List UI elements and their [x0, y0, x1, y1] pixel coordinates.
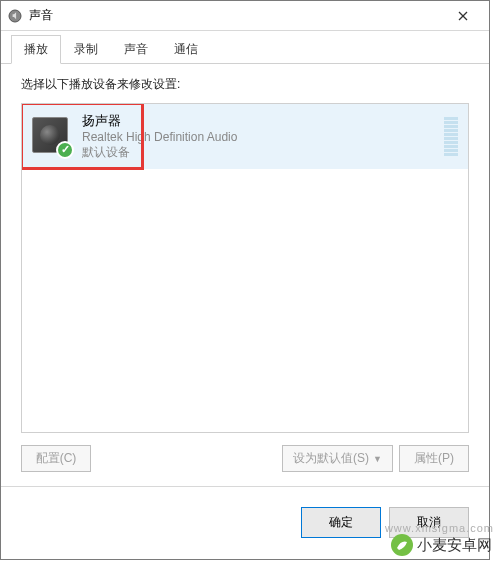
- titlebar: 声音: [1, 1, 489, 31]
- device-status: 默认设备: [82, 144, 434, 161]
- device-name: 扬声器: [82, 112, 434, 130]
- instruction-text: 选择以下播放设备来修改设置:: [21, 76, 469, 93]
- content-area: 选择以下播放设备来修改设置: ✓ 扬声器 Realtek High Defini…: [1, 64, 489, 497]
- sound-dialog: 声音 播放 录制 声音 通信 选择以下播放设备来修改设置: ✓: [0, 0, 490, 560]
- device-list[interactable]: ✓ 扬声器 Realtek High Definition Audio 默认设备: [21, 103, 469, 433]
- device-info: 扬声器 Realtek High Definition Audio 默认设备: [82, 112, 434, 161]
- tab-playback[interactable]: 播放: [11, 35, 61, 64]
- device-item-speaker[interactable]: ✓ 扬声器 Realtek High Definition Audio 默认设备: [22, 104, 468, 169]
- close-button[interactable]: [443, 2, 483, 30]
- ok-button[interactable]: 确定: [301, 507, 381, 538]
- set-default-label: 设为默认值(S): [293, 451, 369, 465]
- watermark-brand: 小麦安卓网: [391, 534, 492, 556]
- default-check-icon: ✓: [56, 141, 74, 159]
- device-driver: Realtek High Definition Audio: [82, 130, 434, 144]
- device-icon-wrap: ✓: [32, 117, 72, 157]
- level-meter: [444, 117, 458, 156]
- watermark-url: www.xmsigma.com: [385, 522, 494, 534]
- tab-recording[interactable]: 录制: [61, 35, 111, 63]
- chevron-down-icon: ▼: [373, 454, 382, 464]
- tab-sounds[interactable]: 声音: [111, 35, 161, 63]
- set-default-button[interactable]: 设为默认值(S)▼: [282, 445, 393, 472]
- brand-leaf-icon: [391, 534, 413, 556]
- tabs-bar: 播放 录制 声音 通信: [1, 31, 489, 64]
- configure-button[interactable]: 配置(C): [21, 445, 91, 472]
- tab-communications[interactable]: 通信: [161, 35, 211, 63]
- window-title: 声音: [29, 7, 443, 24]
- close-icon: [458, 11, 468, 21]
- properties-button[interactable]: 属性(P): [399, 445, 469, 472]
- app-icon: [7, 8, 23, 24]
- brand-text: 小麦安卓网: [417, 536, 492, 555]
- button-row: 配置(C) 设为默认值(S)▼ 属性(P): [21, 445, 469, 472]
- separator: [1, 486, 489, 487]
